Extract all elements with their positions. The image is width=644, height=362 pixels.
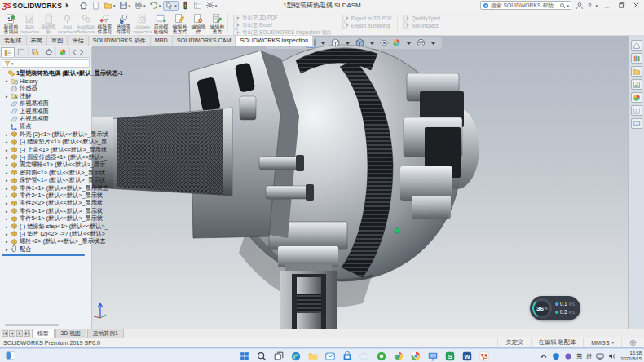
hud-button[interactable] [379,38,390,48]
document-tab[interactable]: 运动算例1 [87,329,124,338]
ime-indicator[interactable]: 拼 [586,352,592,360]
ribbon-button[interactable]: 编辑检查方式 [170,12,189,35]
ribbon-button[interactable]: 启动模板编辑器 [152,12,170,35]
start-icon[interactable] [239,351,250,362]
qat-button[interactable]: ▾ [103,1,117,11]
solidworks-icon[interactable]: ƷS [479,351,490,362]
model-3d-view[interactable] [92,36,628,329]
export-command[interactable]: Export to 3D PDF [342,15,392,21]
ribbon-tab[interactable]: 布局 [27,36,47,46]
panel-tab[interactable] [42,47,56,57]
tree-item[interactable]: ▸ (-) 上盖<1> (默认<<默认>_显示状 [0,146,91,153]
ribbon-button[interactable]: 新建检查项目(smp:M) [2,12,20,35]
chevron-up-icon[interactable] [540,352,548,360]
ribbon-button[interactable]: Add Characteristic [58,12,77,35]
tree-item[interactable]: ▸ 零件2<1> (默认<<默认>_显示状 [0,192,91,199]
qat-button[interactable]: ▾ [90,1,101,11]
task-pane-button[interactable] [631,79,642,90]
qat-button[interactable]: ▾ [118,1,132,11]
word-icon[interactable]: W [461,351,473,362]
export-command[interactable]: 导出至 2D PDF [233,15,332,21]
window-control-button[interactable] [602,1,612,10]
tree-item[interactable]: ▸ 保护管<1> (默认<<默认>_显示状 [0,176,91,183]
ribbon-tab[interactable]: SOLIDWORKS Inspection [236,36,313,46]
store-icon[interactable] [342,351,353,362]
chrome-icon[interactable] [410,351,421,362]
ribbon-button[interactable]: Edit Inspection Project [20,12,39,35]
ribbon-tab[interactable]: 评估 [68,36,88,46]
export-command[interactable]: 导出至 SOLIDWORKS Inspection 项目 [233,29,332,36]
user-icon[interactable] [576,2,584,10]
export-command[interactable]: QualityXpert [403,15,440,21]
panel-tab[interactable] [1,47,15,57]
document-tab[interactable]: 3D 视图 [55,329,86,338]
tab-nav-button[interactable] [9,330,15,337]
tree-item[interactable]: ▸ 零件3<1> (默认<<默认>_显示状 [0,207,91,214]
panel-tab[interactable] [29,47,42,57]
task-pane-button[interactable] [631,40,642,51]
hud-button[interactable] [416,38,426,48]
qat-button[interactable]: ▾ [148,1,162,11]
model-protection-tube[interactable] [280,271,337,329]
panel-expand-icon[interactable] [78,49,85,55]
ribbon-tab[interactable]: SOLIDWORKS CAM [173,36,236,46]
ribbon-button[interactable]: 移除零件序号 [95,12,114,35]
search-icon[interactable] [256,351,267,362]
hud-button[interactable] [342,38,353,48]
search-input[interactable]: 搜索 SOLIDWORKS 帮助 ▾ [480,1,571,10]
ribbon-button[interactable]: 编辑操作 [189,12,208,35]
tree-item[interactable]: ▸ 密封圈<1> (默认<<默认>_显示状 [0,169,91,176]
folder-win-icon[interactable] [307,351,319,362]
ribbon-tab[interactable]: SOLIDWORKS 插件 [89,36,151,46]
tree-item[interactable]: ▸ 前视基准面 [0,100,91,108]
tree-filter-input[interactable]: ▾ [2,59,90,68]
taskbar-clock[interactable]: 15:58 2022/8/15 [620,351,642,360]
help-button[interactable]: ? [588,2,591,9]
tree-item[interactable]: ▸ 配合 [0,245,91,253]
tree-item[interactable]: ▸ (-) 绝缘垫.step<1> (默认<<默认>_ [0,223,91,230]
tree-item[interactable]: ▸ 零件5<1> (默认<<默认>_显示状 [0,214,91,222]
tree-item[interactable]: ▸ 注解 [0,92,91,99]
mail-icon[interactable] [324,351,336,362]
hud-button[interactable] [391,38,402,48]
volume-icon[interactable] [608,352,616,360]
task-pane-button[interactable] [631,105,642,116]
model-right-connector[interactable] [400,73,479,219]
document-tab[interactable]: 模型 [32,329,55,338]
panel-collapse-icon[interactable] [71,49,77,55]
green-app-icon[interactable] [376,351,387,362]
window-control-button[interactable] [631,1,642,10]
defender-icon[interactable] [552,352,560,360]
task-pane-button[interactable] [631,53,642,64]
task-pane-button[interactable] [631,92,642,103]
hud-button[interactable] [367,38,377,48]
ribbon-tab[interactable]: 草图 [47,36,68,46]
weather-icon[interactable] [359,351,370,362]
task-pane-button[interactable] [631,118,642,129]
tree-root-item[interactable]: ▸ 1型铠装铸热电偶 (默认<默认_显示状态-1 [0,69,91,77]
hud-button[interactable] [428,38,439,48]
tree-item[interactable]: ▸ 固定螺栓<1> (默认<<默认>_显示 [0,161,91,169]
task-view-icon[interactable] [273,351,285,362]
units-selector[interactable]: MMGS▾ [583,338,621,347]
rollback-bar[interactable] [2,254,85,256]
edge-icon[interactable] [290,351,302,362]
qat-button[interactable]: ▾ [78,1,89,11]
widgets-icon[interactable] [5,350,16,361]
ribbon-button[interactable]: Update Inspection Project [133,12,152,35]
tree-item[interactable]: ▸ (-) 温度传感器<1> (默认<<默认>_ [0,153,91,161]
tree-item[interactable]: ▸ 右视基准面 [0,115,91,122]
selection-point[interactable] [395,228,399,233]
export-command[interactable]: Net-Inspect [403,22,440,29]
hud-button[interactable] [318,38,329,48]
tree-item[interactable]: ▸ 外壳 (2)<1> (默认<<默认>_显示状 [0,130,91,138]
ribbon-button[interactable]: Add/Edit Balloons [77,12,95,35]
hud-button[interactable] [330,38,341,48]
tab-nav-button[interactable] [24,330,30,337]
wps-icon[interactable]: S [444,351,456,362]
tab-nav-button[interactable] [2,330,8,337]
ribbon-button[interactable]: 新建模板 [39,12,58,35]
status-globe-button[interactable] [621,338,644,347]
ribbon-tab[interactable]: 装配体 [0,36,27,46]
ribbon-tab[interactable]: MBD [151,36,173,46]
